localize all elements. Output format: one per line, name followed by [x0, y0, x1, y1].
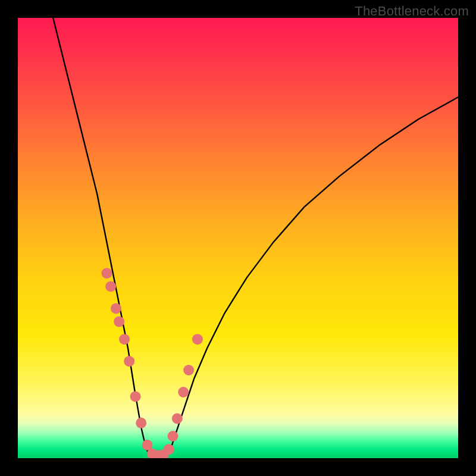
marker-dot [114, 317, 124, 327]
marker-dot [172, 413, 183, 424]
watermark-text: TheBottleneck.com [355, 4, 469, 19]
marker-dot [136, 418, 146, 428]
marker-dot [111, 303, 121, 314]
bottleneck-curve [53, 18, 458, 458]
marker-dot [105, 281, 116, 292]
marker-dot [164, 444, 174, 455]
curve-layer [18, 18, 458, 458]
marker-dot [192, 334, 203, 345]
marker-dot [124, 356, 134, 367]
marker-dot [167, 431, 178, 441]
marker-dot [119, 334, 130, 345]
marker-dot [183, 365, 194, 375]
marker-dots [101, 268, 202, 458]
marker-dot [101, 268, 112, 278]
chart-frame: TheBottleneck.com [0, 0, 476, 476]
plot-area [18, 18, 458, 458]
marker-dot [178, 387, 189, 397]
marker-dot [130, 391, 141, 402]
